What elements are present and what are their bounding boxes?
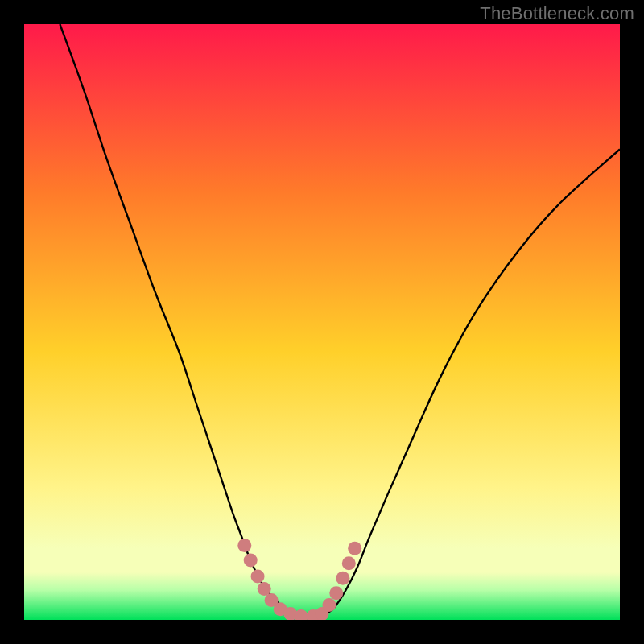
marker-dot bbox=[342, 556, 356, 570]
marker-dot bbox=[329, 586, 343, 600]
watermark-text: TheBottleneck.com bbox=[480, 3, 634, 24]
marker-dot bbox=[244, 554, 258, 568]
left-curve bbox=[60, 24, 298, 617]
marker-dots bbox=[237, 539, 361, 620]
marker-dot bbox=[237, 539, 251, 552]
marker-dot bbox=[251, 569, 265, 583]
curve-overlay bbox=[24, 24, 620, 620]
chart-container: TheBottleneck.com bbox=[0, 0, 644, 644]
right-curve bbox=[322, 149, 620, 616]
marker-dot bbox=[336, 572, 349, 585]
marker-dot bbox=[322, 598, 336, 612]
marker-dot bbox=[348, 542, 361, 555]
marker-dot bbox=[258, 582, 271, 596]
